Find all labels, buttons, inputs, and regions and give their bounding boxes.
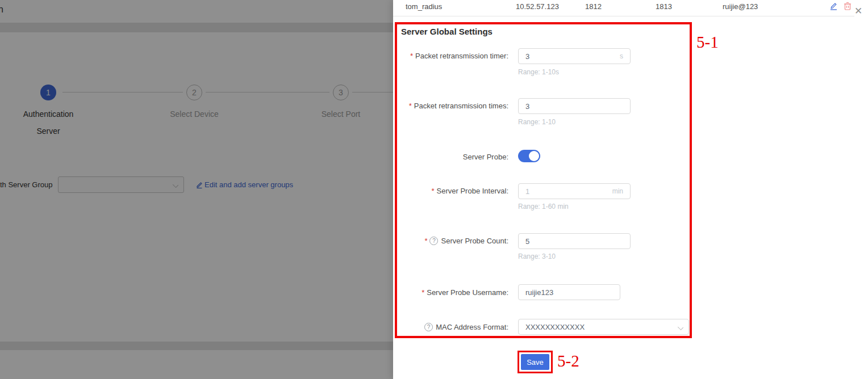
retransmission-times-value: 3 [525,102,529,111]
delete-trash-icon[interactable] [844,2,852,11]
server-row-ip: 10.52.57.123 [516,2,559,11]
unit-suffix: s [620,52,623,60]
required-marker: * [409,102,412,110]
save-button[interactable]: Save [521,354,549,370]
panel-title: Server Global Settings [401,27,493,36]
field-label-mac-format: ? MAC Address Format: [393,323,508,331]
edit-pencil-icon[interactable] [829,2,838,11]
retransmission-times-input[interactable]: 3 [518,98,631,114]
required-marker: * [422,288,424,297]
retransmission-times-range: Range: 1-10 [518,118,556,126]
probe-interval-input[interactable]: 1 min [518,183,631,199]
mac-format-select[interactable]: XXXXXXXXXXXX [518,319,689,335]
server-row-key: ruijie@123 [723,2,758,11]
server-global-settings-panel: tom_radius 10.52.57.123 1812 1813 ruijie… [393,0,868,379]
required-marker: * [410,52,413,60]
divider [393,16,854,16]
required-marker: * [431,187,434,195]
modal-overlay [0,0,393,379]
field-label-probe-username: * Server Probe Username: [393,288,508,297]
server-row-auth-port: 1812 [585,2,602,11]
server-probe-toggle[interactable] [518,150,540,162]
retransmission-timer-range: Range: 1-10s [518,68,559,76]
help-question-icon[interactable]: ? [429,237,438,245]
chevron-down-icon [678,325,683,330]
unit-suffix: min [612,187,623,195]
field-label-retransmission-times: * Packet retransmission times: [393,102,508,110]
probe-username-input[interactable]: ruijie123 [518,284,620,300]
retransmission-timer-input[interactable]: 3 s [518,48,631,64]
mac-format-value: XXXXXXXXXXXX [525,323,585,331]
server-row-name: tom_radius [406,2,442,11]
probe-username-value: ruijie123 [525,288,553,297]
probe-count-range: Range: 3-10 [518,252,556,260]
screen: n 1 2 3 Authentication Server Select Dev… [0,0,868,379]
server-row-acct-port: 1813 [656,2,672,11]
annotation-box-save: Save [518,351,553,373]
field-label-probe-interval: * Server Probe Interval: [393,187,508,195]
field-label-server-probe: Server Probe: [393,153,508,161]
required-marker: * [424,237,427,245]
help-question-icon[interactable]: ? [424,323,433,331]
annotation-label-5-2: 5-2 [557,352,579,370]
annotation-label-5-1: 5-1 [696,33,719,52]
probe-interval-range: Range: 1-60 min [518,203,569,210]
probe-count-value: 5 [525,237,529,246]
probe-interval-value: 1 [525,187,529,196]
field-label-retransmission-timer: * Packet retransmission timer: [393,52,508,60]
toggle-knob [529,151,539,161]
close-icon[interactable]: ✕ [854,6,862,16]
probe-count-input[interactable]: 5 [518,233,631,249]
retransmission-timer-value: 3 [525,52,529,61]
field-label-probe-count: * ? Server Probe Count: [393,237,508,245]
